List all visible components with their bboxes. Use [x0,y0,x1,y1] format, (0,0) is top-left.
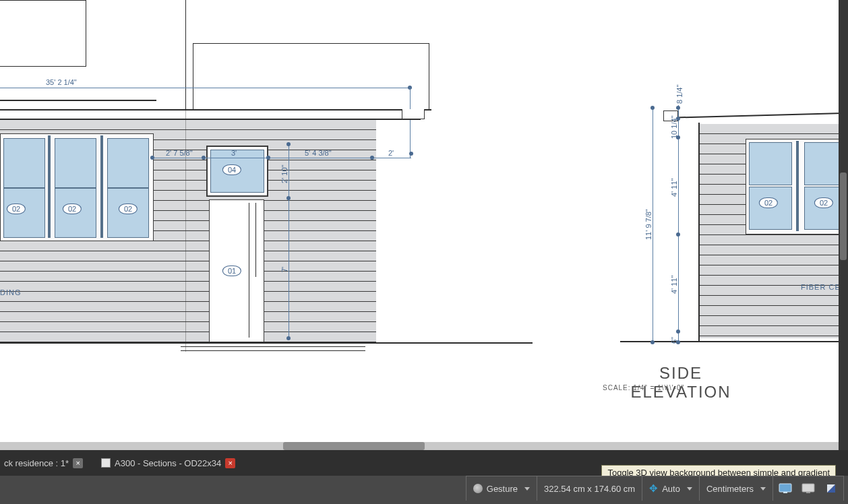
dim: 8 1/4" [675,85,684,104]
horizontal-scroll-thumb[interactable] [283,442,425,450]
dim: 5' 4 3/8" [305,149,332,157]
document-tab[interactable]: ck residence : 1* × [0,455,87,470]
front-elevation-viewport: 35' 2 1/4" 02 02 02 [0,0,539,377]
dim: 4' 11" [670,276,678,294]
dim: 10 1/4" [670,116,678,139]
snap-mode-selector[interactable]: ✥ Auto [642,476,699,501]
dim: 11' 9 7/8" [644,209,653,240]
side-window-pair [746,139,848,234]
view-title: SIDE ELEVATION [620,364,741,402]
window-tag[interactable]: 02 [814,197,833,208]
svg-rect-1 [783,492,787,493]
dim: 7' [280,267,289,272]
dim-35ft: 35' 2 1/4" [46,78,77,86]
view-scale: SCALE: 1/4" = 1\\\\'-0" [603,384,684,391]
chevron-down-icon [687,487,692,491]
display-toggle-button[interactable] [776,479,795,498]
side-elevation-viewport: 02 02 11' 9 7/8" 8 1/4" 10 1/4" 4' 11" 4… [620,81,848,398]
chevron-down-icon [760,487,766,491]
svg-rect-3 [806,492,810,493]
vertical-scroll-thumb[interactable] [840,172,847,260]
vertical-scrollbar[interactable] [839,0,848,450]
close-icon[interactable]: × [73,458,83,468]
window-tag[interactable]: 02 [7,203,26,214]
dim: 2' [388,149,394,157]
window-tag[interactable]: 02 [63,203,82,214]
door-tag[interactable]: 01 [222,265,241,276]
snap-mode-label: Auto [662,484,680,494]
sheet-size-label: 322.54 cm x 174.60 cm [544,484,635,494]
move-icon: ✥ [649,482,658,495]
view-mode-button[interactable] [822,479,841,498]
window-triple [0,133,154,241]
units-label: Centimeters [706,484,754,494]
input-mode-selector[interactable]: Gesture [466,476,537,501]
dim: 3' [231,149,237,157]
dim: 2' 10" [280,165,289,183]
dim: 6" [670,337,678,344]
svg-rect-0 [779,484,791,492]
dim: 4' 11" [670,179,678,197]
document-tab[interactable]: A300 - Sections - OD22x34 × [97,455,239,470]
close-icon[interactable]: × [225,458,235,468]
drawing-canvas[interactable]: 35' 2 1/4" 02 02 02 [0,0,839,450]
input-mode-label: Gesture [487,484,518,494]
chevron-down-icon [524,487,530,491]
window-tag[interactable]: 02 [119,203,138,214]
dim: 2' 7 5/8" [166,149,193,157]
window-tag[interactable]: 02 [759,197,778,208]
gesture-icon [473,484,483,493]
horizontal-scrollbar[interactable] [0,442,839,450]
transom-tag[interactable]: 04 [222,164,241,175]
document-tab-label: ck residence : 1* [4,458,69,468]
background-toggle-button[interactable] [799,479,818,498]
sheet-icon [101,458,111,468]
sheet-size-readout: 322.54 cm x 174.60 cm [537,476,642,501]
svg-rect-2 [802,484,814,492]
units-selector[interactable]: Centimeters [699,476,773,501]
document-tab-label: A300 - Sections - OD22x34 [115,458,221,468]
material-note: DING [0,288,22,296]
status-bar: Gesture 322.54 cm x 174.60 cm ✥ Auto Cen… [0,476,848,504]
